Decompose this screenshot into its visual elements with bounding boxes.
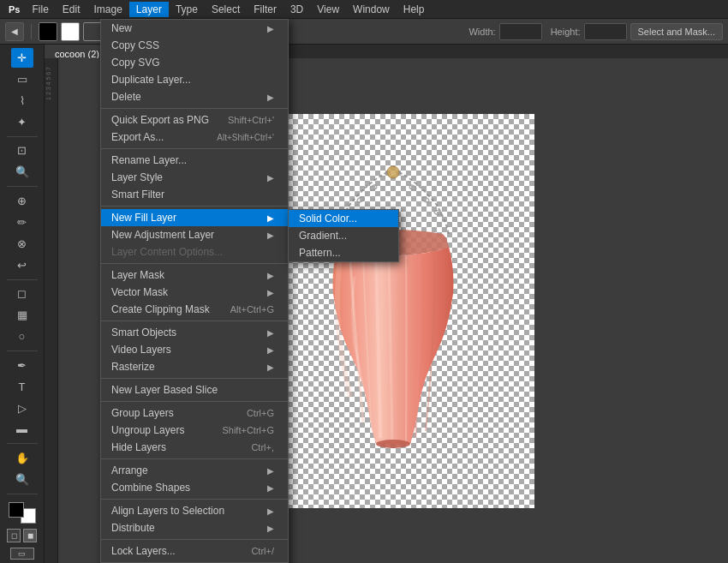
menu-vector-mask[interactable]: Vector Mask ▶: [101, 284, 288, 301]
toolbar-square-outline[interactable]: [83, 22, 102, 41]
menu-rasterize[interactable]: Rasterize ▶: [101, 358, 288, 375]
menu-filter[interactable]: Filter: [247, 2, 283, 17]
tool-sep3: [7, 279, 38, 280]
menu-layer-mask[interactable]: Layer Mask ▶: [101, 267, 288, 284]
tool-zoom[interactable]: 🔍: [11, 470, 33, 489]
tool-pen[interactable]: ✒: [11, 356, 33, 375]
menu-rename-layer[interactable]: Rename Layer...: [101, 152, 288, 169]
svg-point-2: [356, 195, 364, 202]
submenu-pattern[interactable]: Pattern...: [289, 244, 398, 261]
tool-path-select[interactable]: ▷: [11, 398, 33, 418]
select-mask-button[interactable]: Select and Mask...: [630, 23, 724, 40]
tool-brush[interactable]: ✏: [11, 213, 33, 232]
tool-lasso[interactable]: ⌇: [11, 91, 33, 111]
color-swatches[interactable]: [9, 502, 36, 524]
layer-mask-arrow: ▶: [267, 271, 274, 280]
menu-3d[interactable]: 3D: [283, 2, 310, 17]
menu-lock-layers[interactable]: Lock Layers... Ctrl+/: [101, 542, 288, 560]
menu-new[interactable]: New ▶: [101, 20, 288, 37]
menu-arrange[interactable]: Arrange ▶: [101, 462, 288, 479]
standard-mode[interactable]: ◻: [7, 529, 21, 542]
sep6: [101, 378, 288, 379]
tool-sep1: [7, 136, 38, 137]
rasterize-arrow: ▶: [267, 362, 274, 372]
menu-quick-export[interactable]: Quick Export as PNG Shift+Ctrl+': [101, 111, 288, 129]
menu-layer[interactable]: Layer: [129, 2, 169, 17]
toolbar-arrow[interactable]: ◀: [5, 22, 24, 41]
new-arrow: ▶: [267, 24, 274, 33]
menu-view[interactable]: View: [310, 2, 346, 17]
tool-move[interactable]: ✛: [11, 48, 33, 68]
height-input[interactable]: [584, 23, 627, 40]
menu-select[interactable]: Select: [205, 2, 247, 17]
menu-export-as[interactable]: Export As... Alt+Shift+Ctrl+': [101, 129, 288, 146]
align-layers-arrow: ▶: [267, 506, 274, 516]
menu-new-adjustment-layer[interactable]: New Adjustment Layer ▶: [101, 226, 288, 243]
tool-crop[interactable]: ⊡: [11, 141, 33, 160]
menu-file[interactable]: File: [25, 2, 55, 17]
menu-new-fill-layer[interactable]: New Fill Layer ▶ Solid Color... Gradient…: [101, 209, 288, 226]
height-label: Height:: [551, 27, 581, 37]
menu-new-layer-based-slice[interactable]: New Layer Based Slice: [101, 381, 288, 398]
tool-sep4: [7, 350, 38, 351]
menu-video-layers[interactable]: Video Layers ▶: [101, 341, 288, 358]
arrange-arrow: ▶: [267, 466, 274, 476]
tool-history-brush[interactable]: ↩: [11, 255, 33, 275]
svg-point-0: [387, 166, 399, 178]
menu-distribute[interactable]: Distribute ▶: [101, 519, 288, 536]
tool-type[interactable]: T: [11, 377, 33, 397]
menu-align-layers[interactable]: Align Layers to Selection ▶: [101, 502, 288, 519]
svg-point-5: [421, 195, 429, 202]
sep10: [101, 539, 288, 540]
tool-eraser[interactable]: ◻: [11, 284, 33, 303]
canvas-checkerboard[interactable]: [252, 114, 534, 508]
screen-mode[interactable]: ▭: [10, 548, 34, 560]
tool-eyedropper[interactable]: 🔍: [11, 162, 33, 182]
fill-layer-arrow: ▶: [267, 213, 274, 223]
menu-group-layers[interactable]: Group Layers Ctrl+G: [101, 404, 288, 422]
tool-hand[interactable]: ✋: [11, 448, 33, 468]
menu-copy-css[interactable]: Copy CSS: [101, 37, 288, 54]
menu-delete[interactable]: Delete ▶: [101, 88, 288, 105]
tool-rectangle[interactable]: ▬: [11, 420, 33, 440]
menu-help[interactable]: Help: [397, 2, 432, 17]
menu-image[interactable]: Image: [87, 2, 129, 17]
menu-duplicate-layer[interactable]: Duplicate Layer...: [101, 71, 288, 88]
tool-magic-wand[interactable]: ✦: [11, 112, 33, 132]
quick-mask-buttons: ◻ ◼: [7, 529, 37, 542]
svg-point-7: [376, 440, 410, 448]
fg-color[interactable]: [9, 502, 24, 518]
menu-hide-layers[interactable]: Hide Layers Ctrl+,: [101, 439, 288, 456]
delete-arrow: ▶: [267, 93, 274, 102]
submenu-solid-color[interactable]: Solid Color...: [289, 210, 398, 227]
width-input[interactable]: [499, 23, 542, 40]
layer-style-arrow: ▶: [267, 173, 274, 183]
quick-mask[interactable]: ◼: [23, 529, 37, 542]
menu-edit[interactable]: Edit: [56, 2, 87, 17]
menu-smart-objects[interactable]: Smart Objects ▶: [101, 324, 288, 341]
menu-combine-shapes[interactable]: Combine Shapes ▶: [101, 479, 288, 496]
menu-type[interactable]: Type: [169, 2, 205, 17]
submenu-gradient[interactable]: Gradient...: [289, 227, 398, 244]
canvas-inner: [252, 114, 534, 508]
menu-ungroup-layers[interactable]: Ungroup Layers Shift+Ctrl+G: [101, 422, 288, 439]
tool-dodge[interactable]: ○: [11, 326, 33, 346]
distribute-arrow: ▶: [267, 524, 274, 533]
menu-window[interactable]: Window: [346, 2, 397, 17]
menu-smart-filter[interactable]: Smart Filter: [101, 186, 288, 203]
menu-layer-style[interactable]: Layer Style ▶: [101, 169, 288, 186]
tool-clone[interactable]: ⊗: [11, 234, 33, 254]
sep7: [101, 401, 288, 402]
smart-obj-arrow: ▶: [267, 328, 274, 338]
menu-copy-svg[interactable]: Copy SVG: [101, 54, 288, 71]
vector-mask-arrow: ▶: [267, 288, 274, 297]
tool-gradient[interactable]: ▦: [11, 305, 33, 325]
menu-layer-content-options[interactable]: Layer Content Options...: [101, 243, 288, 261]
toolbar-square-black[interactable]: [39, 22, 57, 41]
menu-create-clipping-mask[interactable]: Create Clipping Mask Alt+Ctrl+G: [101, 301, 288, 318]
tool-sep5: [7, 443, 38, 444]
tool-spot-heal[interactable]: ⊕: [11, 191, 33, 211]
tool-rect-select[interactable]: ▭: [11, 69, 33, 89]
ps-icon[interactable]: Ps: [3, 3, 25, 16]
toolbar-square-white[interactable]: [61, 22, 80, 41]
